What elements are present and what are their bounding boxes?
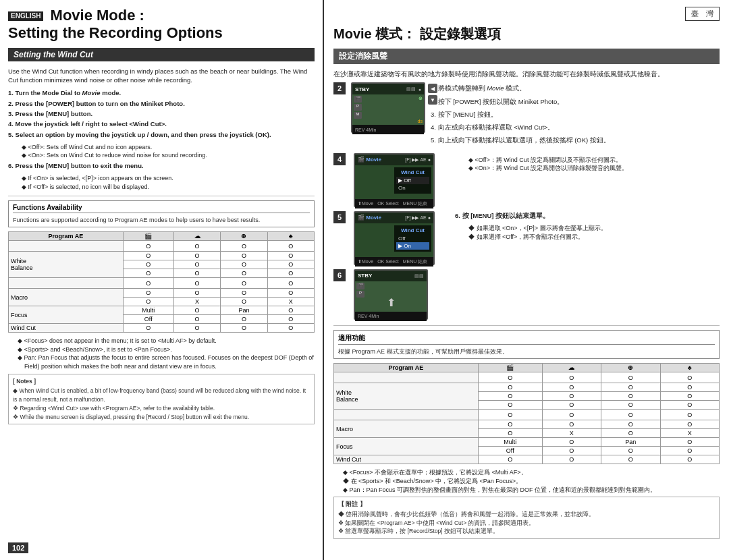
main-title-line1: ENGLISH Movie Mode : — [8, 7, 315, 24]
step5-bullet-1: <Off>: Sets off Wind Cut and no icon app… — [22, 143, 315, 152]
zh-functions-title: 適用功能 — [338, 333, 715, 345]
zh-bottom-bullet-1: <Focus> 不會顯示在選單中；根據預設，它將設定爲 <Multi AF>。 — [343, 468, 720, 477]
zh-notes-box: 【 附註 】 啓用消除風聲時，會有少比低頻帶（低音）將會和風聲一起消除。這是正常… — [333, 497, 720, 539]
table-row: OOOO — [9, 241, 315, 252]
cam-ok-4: OK Select — [377, 201, 399, 206]
step-num-4: 4 — [333, 153, 346, 165]
cam-menu-off-5: Off — [396, 235, 429, 242]
step-2: 2. Press the [POWER] button to turn on t… — [8, 99, 315, 108]
notes-title: [ Notes ] — [13, 377, 310, 386]
cam-icon-6a: 🎬 — [356, 283, 364, 289]
cam-icon-2b: P — [354, 104, 362, 111]
zh-step-1: 1. 將模式轉盤轉到 Movie 模式。 — [431, 84, 720, 92]
main-title-line2: Setting the Recording Options — [8, 24, 315, 42]
cam-stby-6: STBY — [358, 273, 372, 279]
zh-th-program-ae: Program AE — [334, 364, 479, 372]
zh-step-5: 5. 向上或向下移動搖桿以選取選項，然後按搖桿 (OK) 按鈕。 — [431, 136, 720, 144]
page-number: 102 — [8, 542, 28, 553]
zh-intro-text: 在沙灘或靠近建築物等有風吹的地方錄製時使用消除風聲功能。消除風聲功能可在錄製時減… — [333, 69, 720, 78]
th-icon4: ♣ — [267, 232, 314, 241]
right-panel: 臺 灣 Movie 模式： 設定錄製選項 設定消除風聲 在沙灘或靠近建築物等有風… — [324, 0, 729, 560]
zh-th-icon4: ♣ — [660, 364, 720, 372]
right-title-area: 臺 灣 — [333, 7, 720, 21]
table-row: OOOO — [9, 278, 315, 289]
cam-battery-2: ▤▤ — [406, 86, 416, 92]
step-4: 4. Move the joystick left / right to sel… — [8, 119, 315, 128]
zh-step-4: 4. 向左或向右移動搖桿選取 <Wind Cut>。 — [431, 123, 720, 132]
cam-menu-title-4: Wind Cut — [396, 169, 429, 175]
th-program-ae: Program AE — [9, 232, 124, 241]
step6-bullets: If <On> is selected, <[P]> icon appears … — [8, 174, 315, 191]
functions-desc: Functions are supported according to Pro… — [13, 216, 310, 225]
table-row: WhiteBalance OOOO — [9, 252, 315, 260]
functions-title: Functions Availability — [13, 204, 310, 213]
functions-box: Functions Availability Functions are sup… — [8, 200, 315, 228]
table-row: Focus MultiOPanO — [9, 306, 315, 315]
cam-icons-5: [F]▶▶AE● — [405, 215, 431, 221]
bottom-bullets: <Focus> does not appear in the menu; It … — [8, 337, 315, 370]
zh-step6-bullet-2: 如果選擇 <Off>，將不會顯示任何圖示。 — [468, 233, 720, 242]
cam-rev-2: REV 4Min — [355, 128, 377, 132]
table-row: Macro OOOO — [9, 289, 315, 298]
section-header-wind-cut: Setting the Wind Cut — [8, 48, 315, 61]
table-row: Wind Cut OOOO — [9, 324, 315, 333]
zh-functions-box: 適用功能 根據 Program AE 模式支援的功能，可幫助用戶獲得最佳效果。 — [333, 330, 720, 360]
camera-screen-2: STBY ▤▤ ● 🎬 P M ⊕ ds — [351, 82, 425, 133]
zh-table-row: OOOO — [334, 410, 720, 420]
zh-table-row: Wind Cut OOOO — [334, 455, 720, 464]
program-ae-table: Program AE 🎬 ☁ ⊕ ♣ OOOO WhiteBalance OOO… — [8, 231, 315, 333]
cam-icon-2a: 🎬 — [354, 96, 362, 103]
zh-step-2: 2. 按下 [POWER] 按鈕以開啟 Miniket Photo。 — [431, 97, 720, 106]
zh-sub-bullet-2: <On>：將 Wind Cut 設定爲開啓以消除錄製聲音的風聲。 — [468, 164, 720, 173]
zh-step6-bullet-1: 如果選取 <On>，<[P]> 圖示將會在螢幕上顯示。 — [468, 224, 720, 233]
th-icon1: 🎬 — [123, 232, 173, 241]
step-num-2: 2 — [333, 82, 346, 94]
bottom-bullet-2: <Sports> and <Beach/Snow>, it is set to … — [18, 345, 315, 354]
step-1: 1. Turn the Mode Dial to Movie mode. — [8, 88, 315, 97]
zh-main-title: Movie 模式： 設定錄製選項 — [333, 25, 720, 43]
zh-table-row: OOOO — [334, 372, 720, 383]
cam-dots-2: ● — [418, 87, 421, 92]
cam-icons-4: [F]▶▶AE● — [405, 157, 431, 163]
zh-bottom-bullet-3: Pan：Pan Focus 可調整對焦的整個畫面的對焦，對焦在最深的 DOF 位… — [343, 486, 720, 495]
th-icon3: ⊕ — [221, 232, 267, 241]
cam-menu-off-4: ▶ Off — [396, 177, 429, 184]
zh-step-6: 6. 按 [MENU] 按鈕以結束選單。 — [455, 211, 720, 220]
zh-table-row: Macro OOOO — [334, 420, 720, 429]
step5-bullets: <Off>: Sets off Wind Cut and no icon app… — [8, 143, 315, 160]
zh-bottom-bullet-2: 在 <Sports> 和 <Beach/Snow> 中，它將設定爲 <Pan F… — [343, 477, 720, 486]
left-panel: ENGLISH Movie Mode : Setting the Recordi… — [0, 0, 324, 560]
zh-table-row: WhiteBalance OOOO — [334, 383, 720, 392]
zh-table-row: Focus MultiOPanO — [334, 438, 720, 447]
cam-ctrl-2b: ▼ — [428, 95, 437, 105]
step6-bullet-1: If <On> is selected, <[P]> icon appears … — [22, 174, 315, 183]
zh-program-ae-table: Program AE 🎬 ☁ ⊕ ♣ OOOO WhiteBalance OOO… — [333, 363, 720, 464]
zh-step6-bullets: 如果選取 <On>，<[P]> 圖示將會在螢幕上顯示。 如果選擇 <Off>，將… — [455, 224, 720, 241]
zh-notes-title: 【 附註 】 — [338, 500, 715, 509]
cam-side-controls-2: ◀ ▼ — [428, 84, 437, 105]
cam-menu-on-4: On — [396, 184, 429, 192]
zh-th-icon3: ⊕ — [601, 364, 660, 372]
cam-menu-5: MENU 結束 — [403, 258, 428, 265]
camera-screen-5: 🎬 Movie [F]▶▶AE● Wind Cut Off ▶ On ⬆Move — [354, 211, 435, 265]
zh-note-1: 啓用消除風聲時，會有少比低頻帶（低音）將會和風聲一起消除。這是正常效果，並非故障… — [338, 510, 715, 519]
cam-ok-5: OK Select — [377, 259, 399, 264]
tw-badge: 臺 灣 — [685, 7, 720, 21]
step-3: 3. Press the [MENU] button. — [8, 109, 315, 118]
zh-note-2: 如果關閉在 <Program AE> 中使用 <Wind Cut> 的資訊，請參… — [338, 519, 715, 528]
notes-box: [ Notes ] When Wind Cut is enabled, a bi… — [8, 374, 315, 425]
english-badge: ENGLISH — [8, 11, 43, 21]
cam-menu-title-5: Wind Cut — [396, 227, 429, 233]
cam-menu-4: MENU 結束 — [403, 200, 428, 207]
cam-battery-6: ▤▤ — [414, 273, 424, 279]
note-1: When Wind Cut is enabled, a bit of low-f… — [13, 387, 310, 404]
zh-th-icon2: ☁ — [542, 364, 601, 372]
cam-stby-2: STBY — [355, 86, 369, 92]
step-6: 6. Press the [MENU] button to exit the m… — [8, 161, 315, 170]
bottom-bullet-1: <Focus> does not appear in the menu; It … — [18, 337, 315, 345]
cam-rev-6: REV 4Min — [358, 314, 379, 318]
step6-bullet-2: If <Off> is selected, no icon will be di… — [22, 183, 315, 192]
steps-list: 1. Turn the Mode Dial to Movie mode. 2. … — [8, 88, 315, 138]
bottom-bullet-3: Pan: Pan Focus that adjusts the focus to… — [18, 354, 315, 370]
cam-move-5: ⬆Move — [358, 259, 373, 264]
